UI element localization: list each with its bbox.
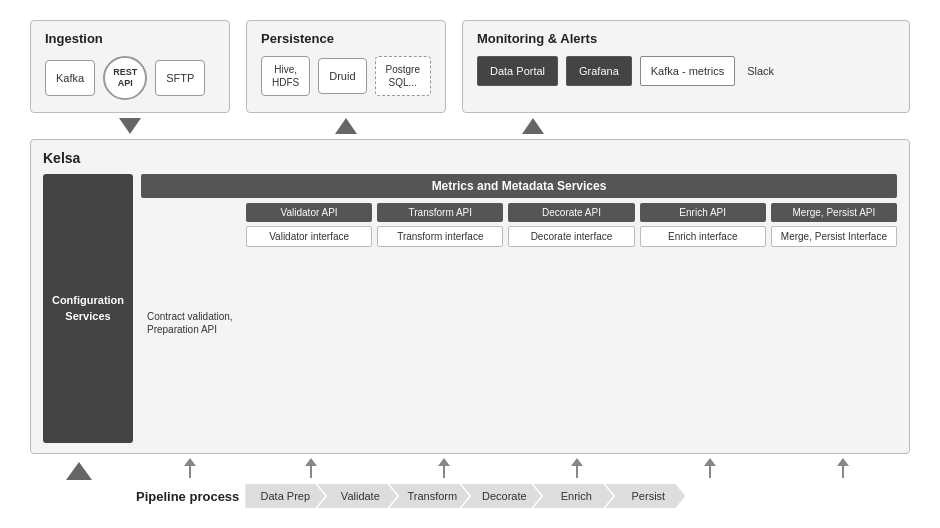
up-arrow-persistence xyxy=(335,118,357,134)
metrics-col-merge: Merge, Persist API Merge, Persist Interf… xyxy=(771,203,897,443)
rest-api-item: RESTAPI xyxy=(103,56,147,100)
merge-persist-api-cell: Merge, Persist API xyxy=(771,203,897,222)
pipeline-step-enrich: Enrich xyxy=(533,484,613,508)
sftp-item: SFTP xyxy=(155,60,205,96)
dashed-arrow-2 xyxy=(244,458,377,478)
metrics-header: Metrics and Metadata Services xyxy=(141,174,897,198)
up-arrow-monitoring xyxy=(522,118,544,134)
persistence-items: Hive,HDFS Druid PostgreSQL... xyxy=(261,56,431,96)
decorate-api-cell: Decorate API xyxy=(508,203,634,222)
validator-api-cell: Validator API xyxy=(246,203,372,222)
enrich-api-cell: Enrich API xyxy=(640,203,766,222)
metrics-col-transform: Transform API Transform interface xyxy=(377,203,503,443)
metrics-grid: Contract validation,Preparation API Vali… xyxy=(141,203,897,443)
pipeline-steps: Data Prep Validate Transform Decorate En… xyxy=(245,484,910,508)
config-services-box: ConfigurationServices xyxy=(43,174,133,443)
dashed-arrow-6 xyxy=(777,458,910,478)
pipeline-row: Pipeline process Data Prep Validate Tran… xyxy=(136,484,910,508)
transform-interface-cell: Transform interface xyxy=(377,226,503,247)
data-portal-item: Data Portal xyxy=(477,56,558,86)
dashed-arrow-4 xyxy=(510,458,643,478)
dashed-arrow-3 xyxy=(377,458,510,478)
grafana-item: Grafana xyxy=(566,56,632,86)
metrics-col-contract: Contract validation,Preparation API xyxy=(141,203,241,443)
top-row: Ingestion Kafka RESTAPI SFTP Persistence… xyxy=(30,20,910,113)
metrics-col-enrich: Enrich API Enrich interface xyxy=(640,203,766,443)
druid-item: Druid xyxy=(318,58,366,94)
slack-item: Slack xyxy=(743,65,778,77)
kelsa-title: Kelsa xyxy=(43,150,897,166)
pipeline-step-persist: Persist xyxy=(605,484,685,508)
kafka-item: Kafka xyxy=(45,60,95,96)
dashed-arrow-1 xyxy=(136,458,244,478)
kelsa-section: Kelsa ConfigurationServices Metrics and … xyxy=(30,139,910,454)
validator-interface-cell: Validator interface xyxy=(246,226,372,247)
decorate-interface-cell: Decorate interface xyxy=(508,226,634,247)
pipeline-area: Pipeline process Data Prep Validate Tran… xyxy=(136,458,910,508)
persistence-box: Persistence Hive,HDFS Druid PostgreSQL..… xyxy=(246,20,446,113)
persistence-title: Persistence xyxy=(261,31,431,46)
merge-persist-interface-cell: Merge, Persist Interface xyxy=(771,226,897,247)
hive-hdfs-item: Hive,HDFS xyxy=(261,56,310,96)
pipeline-step-validate: Validate xyxy=(317,484,397,508)
transform-api-cell: Transform API xyxy=(377,203,503,222)
kelsa-up-arrow-cell xyxy=(30,458,128,480)
ingestion-items: Kafka RESTAPI SFTP xyxy=(45,56,215,100)
down-arrow-ingestion xyxy=(119,118,141,134)
dashed-arrow-5 xyxy=(644,458,777,478)
pipeline-step-dataprep: Data Prep xyxy=(245,484,325,508)
kelsa-up-arrow xyxy=(66,462,92,480)
pipeline-step-decorate: Decorate xyxy=(461,484,541,508)
main-container: Ingestion Kafka RESTAPI SFTP Persistence… xyxy=(0,0,940,528)
monitoring-items: Data Portal Grafana Kafka - metrics Slac… xyxy=(477,56,895,86)
arrow-row-1 xyxy=(30,113,910,139)
ingestion-box: Ingestion Kafka RESTAPI SFTP xyxy=(30,20,230,113)
metrics-col-validator: Validator API Validator interface xyxy=(246,203,372,443)
ingestion-title: Ingestion xyxy=(45,31,215,46)
metrics-col-decorate: Decorate API Decorate interface xyxy=(508,203,634,443)
enrich-interface-cell: Enrich interface xyxy=(640,226,766,247)
persistence-arrow-up xyxy=(246,118,446,134)
monitoring-arrow-up xyxy=(462,118,910,134)
kelsa-inner: ConfigurationServices Metrics and Metada… xyxy=(43,174,897,443)
pipeline-step-transform: Transform xyxy=(389,484,469,508)
pipeline-label: Pipeline process xyxy=(136,489,239,504)
metrics-area: Metrics and Metadata Services Contract v… xyxy=(141,174,897,443)
bottom-section: Pipeline process Data Prep Validate Tran… xyxy=(30,458,910,508)
monitoring-title: Monitoring & Alerts xyxy=(477,31,895,46)
dashed-arrows-row xyxy=(136,458,910,478)
monitoring-box: Monitoring & Alerts Data Portal Grafana … xyxy=(462,20,910,113)
ingestion-arrow-down xyxy=(30,118,230,134)
postgres-item: PostgreSQL... xyxy=(375,56,431,96)
contract-validation-cell: Contract validation,Preparation API xyxy=(141,306,241,340)
kafka-metrics-item: Kafka - metrics xyxy=(640,56,735,86)
